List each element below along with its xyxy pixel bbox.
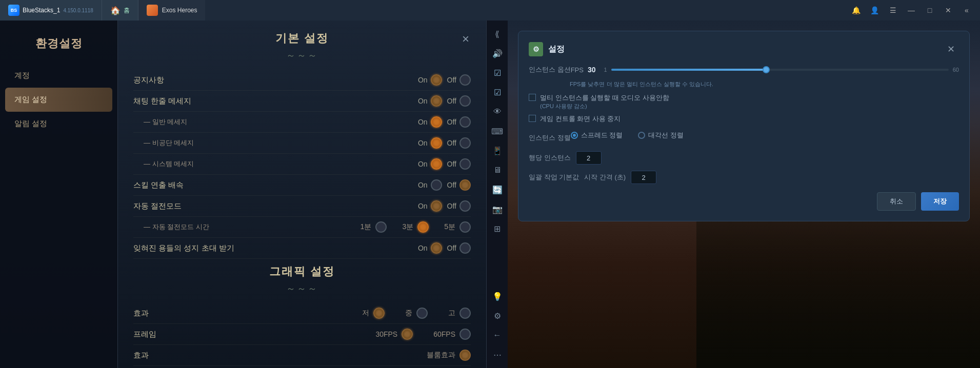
settings-modal-icon: ⚙ [529, 42, 543, 56]
fps-slider-track [611, 69, 949, 71]
modal-close-button[interactable]: ✕ [943, 42, 959, 57]
time-3min-radio[interactable] [417, 221, 429, 233]
grid-icon[interactable]: ⊞ [488, 219, 507, 238]
quality-mid-radio[interactable] [416, 308, 428, 319]
chat-toggle: On Off [418, 95, 471, 107]
sidebar-item-account[interactable]: 계정 [0, 64, 117, 88]
time-5min-radio[interactable] [459, 221, 471, 233]
back-icon[interactable]: ← [488, 326, 507, 344]
chat-on-radio[interactable] [431, 95, 442, 107]
instance-options-label: 인스턴스 옵션 [529, 65, 571, 74]
expand-icon[interactable]: « [959, 3, 974, 17]
bloom-radio[interactable] [459, 350, 471, 361]
general-msg-on-radio[interactable] [431, 116, 442, 128]
rotate-icon[interactable]: 🔄 [488, 180, 507, 199]
lightbulb-icon[interactable]: 💡 [488, 287, 507, 305]
checkbox-icon[interactable]: ☑ [488, 64, 507, 82]
unofficial-msg-off-radio[interactable] [459, 137, 471, 149]
powersave-on-radio[interactable] [431, 200, 442, 212]
setting-row-system-msg: — 시스템 메세지 On Off [133, 154, 471, 175]
fps-slider-container: 1 60 [604, 67, 959, 73]
quality-low[interactable]: 저 [362, 308, 385, 319]
game-tab[interactable]: Exos Heroes [138, 0, 206, 21]
skill-label: 스킬 연출 배속 [133, 180, 236, 190]
diagonal-label: 대각선 정렬 [648, 131, 684, 140]
diagonal-radio-dot[interactable] [638, 132, 645, 139]
notice-off-radio[interactable] [459, 74, 471, 86]
setting-row-notice: 공지사항 On Off [133, 70, 471, 91]
frame-30fps-radio[interactable] [402, 329, 413, 340]
system-msg-off-radio[interactable] [459, 158, 471, 170]
user-icon[interactable]: 👤 [867, 3, 882, 17]
minimize-button[interactable]: — [904, 3, 918, 17]
notice-on-option[interactable]: On [418, 74, 442, 86]
quality-high-radio[interactable] [459, 308, 471, 319]
spread-radio-dot[interactable] [571, 132, 578, 139]
bloom-option[interactable]: 블룸효과 [427, 350, 471, 361]
audio-checkbox-content: 멀티 인스턴스를 실행할 때 오디오 사용안함 (CPU 사용량 감소) [540, 93, 669, 110]
bluestacks-tab[interactable]: BS BlueStacks_1 4.150.0.1118 [0, 0, 102, 21]
spread-align-option[interactable]: 스프레드 정렬 [571, 131, 623, 140]
per-row-input[interactable] [576, 151, 602, 165]
setting-row-invite: 잊혀진 용들의 성지 초대 받기 On Off [133, 238, 471, 259]
more-icon[interactable]: ⋯ [488, 345, 507, 364]
setting-row-frame: 프레임 30FPS 60FPS [133, 324, 471, 345]
mobile-icon[interactable]: 📱 [488, 141, 507, 160]
invite-off-radio[interactable] [459, 242, 471, 254]
start-interval-input[interactable] [631, 171, 656, 184]
settings-modal: ⚙ 설정 ✕ 인스턴스 옵션 FPS 30 1 60 [518, 31, 970, 221]
quality-high[interactable]: 고 [448, 308, 471, 319]
sidebar-item-game-settings[interactable]: 게임 설정 [5, 88, 112, 112]
checkbox2-icon[interactable]: ☑ [488, 83, 507, 101]
setting-row-effect-quality: 효과 저 중 고 [133, 303, 471, 324]
audio-checkbox[interactable] [529, 94, 536, 101]
general-msg-off-radio[interactable] [459, 116, 471, 128]
chat-off-option[interactable]: Off [447, 95, 471, 107]
camera-icon[interactable]: 📷 [488, 200, 507, 218]
chat-off-radio[interactable] [459, 95, 471, 107]
fps-slider-fill [611, 69, 767, 71]
fps-hint: FPS를 낮추면 더 많은 멀티 인스턴스 실행할 수 있습니다. [529, 80, 959, 88]
bell-icon[interactable]: 🔔 [849, 3, 863, 17]
close-button[interactable]: ✕ [941, 3, 955, 17]
volume-icon[interactable]: 🔊 [488, 44, 507, 63]
notice-on-radio[interactable] [431, 74, 442, 86]
expand-sidebar-icon[interactable]: ⟪ [488, 25, 507, 43]
keyboard-icon[interactable]: ⌨ [488, 122, 507, 140]
titlebar: BS BlueStacks_1 4.150.0.1118 🏠 홈 Exos He… [0, 0, 980, 21]
maximize-button[interactable]: □ [923, 3, 937, 17]
invite-on-radio[interactable] [431, 242, 442, 254]
settings-close-button[interactable]: × [455, 29, 476, 49]
tv-icon[interactable]: 🖥 [488, 161, 507, 179]
sidebar-item-notification[interactable]: 알림 설정 [0, 112, 117, 136]
skill-off-radio[interactable] [459, 179, 471, 191]
home-tab[interactable]: 🏠 홈 [102, 0, 138, 21]
menu-icon[interactable]: ☰ [886, 3, 900, 17]
notice-off-option[interactable]: Off [447, 74, 471, 86]
save-button[interactable]: 저장 [921, 192, 959, 211]
quality-mid[interactable]: 중 [405, 308, 428, 319]
cancel-button[interactable]: 취소 [877, 192, 916, 211]
frame-30fps[interactable]: 30FPS [375, 329, 413, 340]
eye-icon[interactable]: 👁 [488, 103, 507, 121]
frame-60fps[interactable]: 60FPS [433, 329, 471, 340]
time-option-5min[interactable]: 5분 [444, 221, 471, 233]
unofficial-msg-on-radio[interactable] [431, 137, 442, 149]
system-msg-on-radio[interactable] [431, 158, 442, 170]
time-option-1min[interactable]: 1분 [361, 221, 387, 233]
time-1min-radio[interactable] [375, 221, 387, 233]
slider-max: 60 [953, 67, 959, 73]
fps-slider-thumb[interactable] [763, 66, 770, 73]
chat-on-option[interactable]: On [418, 95, 442, 107]
game-control-checkbox[interactable] [529, 115, 536, 122]
frame-60fps-radio[interactable] [459, 329, 471, 340]
right-sidebar: ⟪ 🔊 ☑ ☑ 👁 ⌨ 📱 🖥 🔄 📷 ⊞ 💡 ⚙ ← ⋯ [486, 21, 508, 368]
powersave-off-radio[interactable] [459, 200, 471, 212]
gear-icon[interactable]: ⚙ [488, 306, 507, 325]
titlebar-tabs: BS BlueStacks_1 4.150.0.1118 🏠 홈 Exos He… [0, 0, 205, 21]
quality-low-radio[interactable] [373, 308, 385, 319]
skill-on-radio[interactable] [431, 179, 442, 191]
diagonal-align-option[interactable]: 대각선 정렬 [638, 131, 684, 140]
time-option-3min[interactable]: 3분 [402, 221, 429, 233]
spread-label: 스프레드 정렬 [581, 131, 623, 140]
